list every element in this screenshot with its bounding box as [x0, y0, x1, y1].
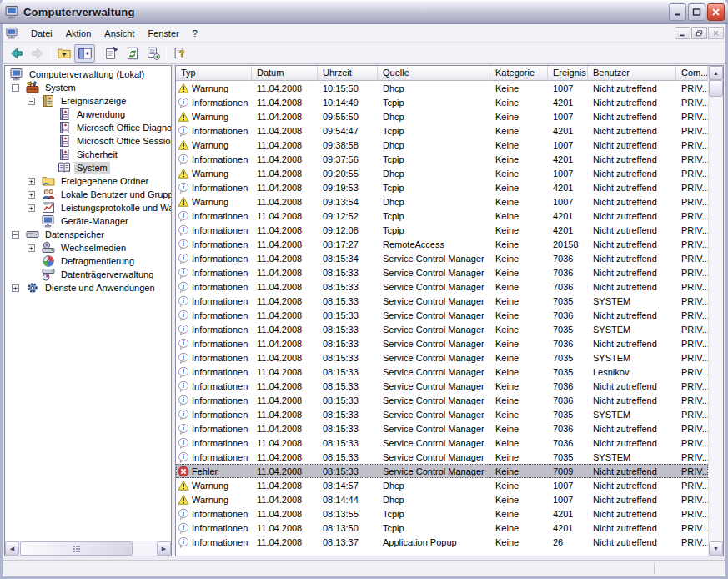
event-row[interactable]: iInformationen11.04.200808:15:33Service …: [176, 436, 708, 450]
event-row[interactable]: iInformationen11.04.200808:15:33Service …: [176, 407, 708, 421]
export-list-button[interactable]: [143, 44, 163, 63]
event-row[interactable]: iInformationen11.04.200808:15:33Service …: [176, 294, 708, 308]
expander-minus[interactable]: −: [26, 98, 42, 105]
refresh-button[interactable]: [122, 44, 143, 63]
column-header-quelle[interactable]: Quelle: [378, 66, 490, 81]
tree-item-computerverwaltung-lokal[interactable]: Computerverwaltung (Lokal): [5, 68, 171, 81]
expand-icon[interactable]: +: [28, 244, 35, 252]
expander-plus[interactable]: +: [26, 178, 42, 185]
scroll-thumb[interactable]: [709, 80, 723, 97]
event-row[interactable]: iInformationen11.04.200809:19:53TcpipKei…: [176, 180, 708, 194]
expander-plus[interactable]: +: [26, 191, 42, 199]
expander-minus[interactable]: −: [10, 231, 26, 239]
event-row[interactable]: iInformationen11.04.200808:13:37Applicat…: [176, 535, 708, 549]
event-row[interactable]: Warnung11.04.200808:14:44DhcpKeine1007Ni…: [176, 492, 708, 506]
tree-item-system[interactable]: System: [5, 161, 171, 174]
back-button[interactable]: [6, 44, 27, 63]
column-header-kategorie[interactable]: Kategorie: [490, 66, 548, 81]
event-row[interactable]: iInformationen11.04.200808:15:34Service …: [176, 251, 708, 265]
list-vertical-scrollbar[interactable]: ▲ ▼: [708, 66, 723, 556]
expander-minus[interactable]: −: [10, 84, 26, 92]
expander-plus[interactable]: +: [10, 284, 26, 292]
expand-icon[interactable]: +: [12, 284, 19, 292]
column-header-uhrzeit[interactable]: Uhrzeit: [318, 66, 378, 81]
tree-item-microsoft-office-sessions[interactable]: Microsoft Office Sessions: [5, 134, 171, 148]
scroll-thumb[interactable]: [20, 541, 133, 556]
scroll-up-button[interactable]: ▲: [709, 66, 723, 80]
event-row[interactable]: iInformationen11.04.200808:13:55TcpipKei…: [176, 506, 708, 521]
event-row[interactable]: iInformationen11.04.200808:15:33Service …: [176, 279, 708, 294]
scroll-track[interactable]: [709, 80, 723, 541]
tree-item-anwendung[interactable]: Anwendung: [5, 108, 171, 121]
column-header-typ[interactable]: Typ: [176, 66, 252, 81]
show-hide-tree-button[interactable]: [74, 44, 95, 63]
event-row[interactable]: Warnung11.04.200809:38:58DhcpKeine1007Ni…: [176, 138, 708, 152]
event-row[interactable]: Warnung11.04.200809:20:55DhcpKeine1007Ni…: [176, 166, 708, 180]
help-button[interactable]: ?: [169, 44, 190, 63]
menu-?[interactable]: ?: [186, 26, 204, 41]
event-row[interactable]: iInformationen11.04.200808:13:50TcpipKei…: [176, 521, 708, 535]
mdi-restore-button[interactable]: [691, 27, 707, 39]
collapse-icon[interactable]: −: [12, 84, 19, 92]
scroll-left-button[interactable]: ◀: [5, 541, 19, 556]
mdi-minimize-button[interactable]: [675, 27, 690, 39]
event-row[interactable]: iInformationen11.04.200808:15:33Service …: [176, 265, 708, 279]
column-header-ereignis[interactable]: Ereignis: [548, 66, 588, 81]
expand-icon[interactable]: +: [28, 204, 35, 212]
tree-item-datenspeicher[interactable]: −Datenspeicher: [5, 228, 171, 241]
event-row[interactable]: iInformationen11.04.200808:15:33Service …: [176, 365, 708, 379]
menu-ansicht[interactable]: Ansicht: [98, 26, 141, 41]
tree-item-system[interactable]: −System: [5, 81, 171, 94]
event-row[interactable]: iInformationen11.04.200808:15:33Service …: [176, 379, 708, 393]
tree-item-freigegebene-ordner[interactable]: +Freigegebene Ordner: [5, 174, 171, 188]
event-row[interactable]: Warnung11.04.200810:15:50DhcpKeine1007Ni…: [176, 81, 708, 95]
event-row[interactable]: iInformationen11.04.200810:14:49TcpipKei…: [176, 95, 708, 109]
event-row[interactable]: iInformationen11.04.200809:12:08TcpipKei…: [176, 223, 708, 237]
minimize-button[interactable]: [669, 3, 686, 21]
expander-plus[interactable]: +: [26, 244, 42, 252]
event-row[interactable]: iInformationen11.04.200808:15:33Service …: [176, 350, 708, 365]
expander-plus[interactable]: +: [26, 204, 42, 212]
tree-item-defragmentierung[interactable]: Defragmentierung: [5, 254, 171, 268]
tree-item-dienste-und-anwendungen[interactable]: +Dienste und Anwendungen: [5, 281, 171, 295]
tree-item-leistungsprotokolle-und-warnungen[interactable]: +Leistungsprotokolle und Warnungen: [5, 201, 171, 214]
event-row[interactable]: Warnung11.04.200808:14:57DhcpKeine1007Ni…: [176, 478, 708, 492]
scroll-down-button[interactable]: ▼: [709, 541, 723, 556]
tree-item-wechselmedien[interactable]: +Wechselmedien: [5, 241, 171, 254]
event-row[interactable]: Fehler11.04.200808:15:33Service Control …: [176, 464, 708, 478]
expand-icon[interactable]: +: [28, 191, 35, 199]
event-row[interactable]: Warnung11.04.200809:55:50DhcpKeine1007Ni…: [176, 109, 708, 123]
tree-item-datentr-gerverwaltung[interactable]: Datenträgerverwaltung: [5, 268, 171, 281]
event-row[interactable]: iInformationen11.04.200809:54:47TcpipKei…: [176, 123, 708, 138]
scroll-track[interactable]: [19, 541, 157, 556]
event-row[interactable]: Warnung11.04.200809:13:54DhcpKeine1007Ni…: [176, 194, 708, 209]
event-row[interactable]: iInformationen11.04.200808:15:33Service …: [176, 421, 708, 436]
tree-item-ereignisanzeige[interactable]: −Ereignisanzeige: [5, 94, 171, 108]
column-header-datum[interactable]: Datum: [252, 66, 318, 81]
expand-icon[interactable]: +: [28, 178, 35, 185]
collapse-icon[interactable]: −: [28, 98, 35, 105]
tree-horizontal-scrollbar[interactable]: ◀ ▶: [5, 541, 171, 556]
maximize-button[interactable]: [688, 3, 705, 21]
properties-button[interactable]: [101, 44, 122, 63]
event-row[interactable]: iInformationen11.04.200808:17:27RemoteAc…: [176, 237, 708, 251]
close-button[interactable]: [707, 3, 725, 21]
menu-datei[interactable]: Datei: [24, 26, 59, 41]
tree-item-microsoft-office-diagnose[interactable]: Microsoft Office Diagnose: [5, 121, 171, 134]
event-row[interactable]: iInformationen11.04.200808:15:33Service …: [176, 393, 708, 407]
collapse-icon[interactable]: −: [12, 231, 19, 239]
scroll-right-button[interactable]: ▶: [157, 541, 171, 556]
tree-item-lokale-benutzer-und-gruppen[interactable]: +Lokale Benutzer und Gruppen: [5, 188, 171, 201]
event-row[interactable]: iInformationen11.04.200809:12:52TcpipKei…: [176, 209, 708, 223]
tree-item-ger-te-manager[interactable]: Geräte-Manager: [5, 214, 171, 228]
menu-fenster[interactable]: Fenster: [141, 26, 185, 41]
tree-item-sicherheit[interactable]: Sicherheit: [5, 148, 171, 161]
event-row[interactable]: iInformationen11.04.200808:15:33Service …: [176, 450, 708, 464]
event-row[interactable]: iInformationen11.04.200808:15:33Service …: [176, 308, 708, 322]
menu-aktion[interactable]: Aktion: [59, 26, 98, 41]
event-row[interactable]: iInformationen11.04.200808:15:33Service …: [176, 336, 708, 350]
up-one-level-button[interactable]: [53, 44, 74, 63]
event-row[interactable]: iInformationen11.04.200808:15:33Service …: [176, 322, 708, 336]
column-header-benutzer[interactable]: Benutzer: [588, 66, 676, 81]
event-row[interactable]: iInformationen11.04.200809:37:56TcpipKei…: [176, 152, 708, 166]
